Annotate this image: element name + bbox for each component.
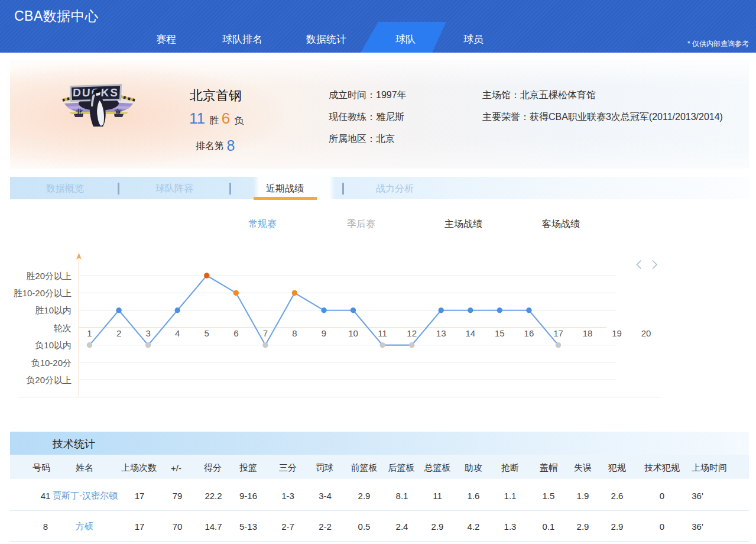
- svg-text:6: 6: [233, 328, 238, 338]
- svg-text:4: 4: [175, 328, 180, 338]
- svg-text:京: 京: [114, 108, 122, 116]
- svg-text:1: 1: [87, 328, 92, 338]
- svg-text:19: 19: [612, 328, 622, 338]
- svg-text:13: 13: [436, 328, 446, 338]
- svg-text:7: 7: [263, 328, 268, 338]
- svg-text:20: 20: [641, 328, 651, 338]
- svg-text:5: 5: [205, 328, 209, 338]
- svg-text:16: 16: [524, 328, 534, 338]
- svg-text:18: 18: [583, 328, 593, 338]
- svg-text:15: 15: [495, 328, 505, 338]
- svg-text:胜20分以上: 胜20分以上: [26, 271, 72, 281]
- svg-text:胜10以内: 胜10以内: [35, 305, 72, 315]
- svg-text:3: 3: [145, 328, 150, 338]
- svg-text:10: 10: [348, 328, 358, 338]
- svg-text:负10-20分: 负10-20分: [31, 358, 72, 368]
- svg-text:14: 14: [465, 328, 475, 338]
- svg-text:胜10-20分以上: 胜10-20分以上: [14, 288, 72, 298]
- svg-text:2: 2: [116, 328, 121, 338]
- svg-text:北: 北: [75, 108, 83, 116]
- svg-text:9: 9: [322, 328, 326, 338]
- svg-text:负10以内: 负10以内: [35, 340, 72, 350]
- svg-text:8: 8: [292, 328, 297, 338]
- svg-text:轮次: 轮次: [53, 323, 72, 333]
- svg-text:17: 17: [553, 328, 563, 338]
- svg-text:负20分以上: 负20分以上: [26, 375, 72, 385]
- svg-text:12: 12: [407, 328, 417, 338]
- svg-text:11: 11: [378, 328, 387, 338]
